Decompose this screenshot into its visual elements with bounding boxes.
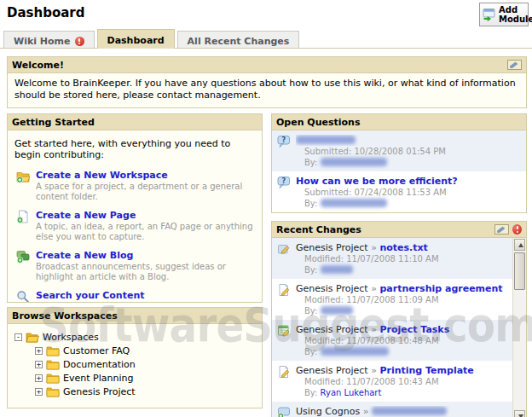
by-label: By: <box>304 306 317 316</box>
edit-module-icon[interactable] <box>494 224 509 235</box>
expand-icon[interactable]: + <box>35 361 43 368</box>
getting-started-item: Create a New Workspace A space for a pro… <box>16 170 255 202</box>
by-label: By: <box>304 265 317 275</box>
author-link[interactable] <box>321 347 389 356</box>
author-link[interactable] <box>321 265 353 274</box>
welcome-panel: Welcome! Welcome to BrainKeeper. If you … <box>7 56 527 108</box>
workspace-name[interactable]: Genesis Project <box>296 365 368 376</box>
welcome-panel-header: Welcome! <box>8 57 526 73</box>
workspace-tree-item[interactable]: + Event Planning <box>35 373 257 384</box>
modified-label: Modified: <box>304 254 344 264</box>
question-bubble-icon: ? <box>277 135 291 148</box>
modified-line: Modified: 11/07/2008 10:48 AM <box>304 336 507 346</box>
page-link[interactable]: notes.txt <box>379 242 427 253</box>
by-label: By: <box>304 158 317 167</box>
workspace-tree-item[interactable]: + Genesis Project <box>35 386 257 397</box>
modified-value: 11/07/2008 11:09 AM <box>346 295 438 304</box>
add-module-label: Add Module <box>499 5 532 24</box>
getting-started-link[interactable]: Create a New Blog <box>36 250 133 261</box>
breadcrumb-separator-icon: » <box>371 365 377 376</box>
expand-icon[interactable]: + <box>35 374 43 382</box>
question-bubble-icon: ? <box>277 176 291 189</box>
recent-changes-list: Genesis Project » notes.txt Modified: 11… <box>272 238 512 417</box>
author-link[interactable] <box>321 199 387 207</box>
submitted-value: 10/28/2008 01:54 PM <box>354 147 445 156</box>
edit-module-icon[interactable] <box>507 60 522 70</box>
page-link[interactable]: Printing Template <box>379 365 473 376</box>
add-module-button[interactable]: Add Module <box>479 3 529 26</box>
tab-wiki-home[interactable]: Wiki Home <box>3 31 95 48</box>
workspace-tree-item[interactable]: + Documentation <box>35 359 257 370</box>
by-line: By: <box>304 199 521 209</box>
page-link[interactable] <box>372 407 447 415</box>
scroll-down-icon[interactable] <box>514 410 525 417</box>
svg-text:?: ? <box>281 136 286 144</box>
expand-icon[interactable]: + <box>35 388 43 396</box>
collapse-icon[interactable]: - <box>14 333 22 341</box>
workspace-tree: + Customer FAQ + Documentation + Event P… <box>14 345 257 397</box>
workspace-name[interactable]: Using Cognos <box>296 406 360 417</box>
submitted-value: 07/24/2008 11:53 AM <box>354 188 446 197</box>
author-link[interactable] <box>321 158 387 166</box>
open-question-row: ? Submitted: 10/28/2008 01:54 PM By: <box>272 130 526 171</box>
recent-change-row: Genesis Project » Printing Template Modi… <box>272 361 512 402</box>
open-question-row: ? How can we be more efficient? Submitte… <box>272 171 526 212</box>
by-line: By: <box>304 306 507 316</box>
recent-change-row: Genesis Project » partnership agreement … <box>272 279 512 320</box>
tab-label: Wiki Home <box>14 36 71 47</box>
browse-workspaces-panel: Browse Workspaces - Workspaces + Custome… <box>7 307 263 408</box>
open-questions-title: Open Questions <box>276 117 361 128</box>
new-workspace-icon <box>16 170 30 183</box>
workspace-label: Event Planning <box>63 373 133 384</box>
breadcrumb-separator-icon: » <box>371 283 377 294</box>
modified-line: Modified: 11/07/2008 10:43 AM <box>304 377 507 387</box>
svg-text:?: ? <box>281 177 286 185</box>
by-label: By: <box>304 388 317 397</box>
workspace-name[interactable]: Genesis Project <box>296 242 368 253</box>
left-column: Getting Started Get started here, with e… <box>7 113 263 408</box>
recent-changes-title: Recent Changes <box>276 224 361 235</box>
getting-started-link[interactable]: Create a New Page <box>36 210 136 221</box>
modified-value: 11/07/2008 10:43 AM <box>346 377 438 386</box>
tab-label: Dashboard <box>107 35 165 46</box>
scrollbar[interactable] <box>512 238 526 417</box>
recent-change-row: Genesis Project » Project Tasks Modified… <box>272 320 512 361</box>
tasks-icon <box>277 324 291 338</box>
folder-icon <box>46 373 60 384</box>
question-link[interactable] <box>296 136 356 144</box>
new-blog-icon <box>16 250 30 264</box>
expand-icon[interactable]: + <box>35 347 43 355</box>
note-edit-icon <box>277 242 291 256</box>
open-questions-panel: Open Questions ? Submitted: 10/28/2008 0… <box>271 113 527 213</box>
submitted-label: Submitted: <box>304 188 351 197</box>
getting-started-link[interactable]: Search your Content <box>36 290 145 301</box>
remove-module-icon[interactable] <box>512 224 522 235</box>
tab-all-recent-changes[interactable]: All Recent Changes <box>177 31 300 48</box>
open-questions-list: ? Submitted: 10/28/2008 01:54 PM By: ? H… <box>272 130 526 212</box>
scroll-up-icon[interactable] <box>514 239 525 251</box>
workspace-tree-item[interactable]: + Customer FAQ <box>35 345 257 356</box>
getting-started-description: Broadcast announcements, suggest ideas o… <box>36 262 255 282</box>
recent-change-row: Using Cognos » Modified: 10/28/2008 01:5… <box>272 402 512 417</box>
by-line: By: Ryan Lukehart <box>304 388 507 398</box>
workspace-tree-root[interactable]: - Workspaces <box>14 332 257 343</box>
getting-started-item: Search your Content Find exactly what yo… <box>16 290 255 303</box>
workspace-label: Documentation <box>63 359 136 370</box>
modified-label: Modified: <box>304 336 344 345</box>
workspace-name[interactable]: Genesis Project <box>296 324 368 335</box>
getting-started-item: Create a New Blog Broadcast announcement… <box>16 250 255 282</box>
author-link[interactable] <box>321 306 353 315</box>
welcome-message: Welcome to BrainKeeper. If you have any … <box>8 73 526 107</box>
search-icon <box>16 290 30 303</box>
question-link[interactable]: How can we be more efficient? <box>296 176 458 187</box>
by-label: By: <box>304 347 317 356</box>
main-content: Welcome! Welcome to BrainKeeper. If you … <box>7 56 527 417</box>
page-edit-icon <box>277 283 291 297</box>
tab-dashboard[interactable]: Dashboard <box>97 29 175 49</box>
page-link[interactable]: partnership agreement <box>379 283 502 294</box>
getting-started-link[interactable]: Create a New Workspace <box>36 170 168 181</box>
page-link[interactable]: Project Tasks <box>379 324 449 335</box>
scrollbar-thumb[interactable] <box>514 252 525 290</box>
workspace-name[interactable]: Genesis Project <box>296 283 368 294</box>
author-link[interactable]: Ryan Lukehart <box>321 388 382 397</box>
